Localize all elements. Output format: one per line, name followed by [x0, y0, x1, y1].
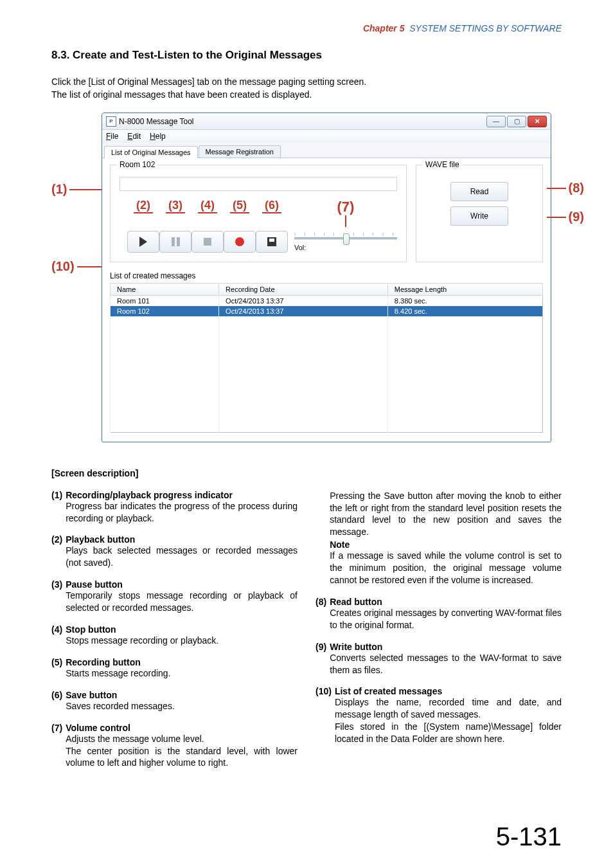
write-button[interactable]: Write	[450, 206, 508, 226]
wave-legend: WAVE file	[423, 160, 462, 169]
window-title: N-8000 Message Tool	[119, 117, 194, 126]
callout-7: (7)	[294, 199, 397, 227]
play-icon	[139, 237, 147, 247]
stop-icon	[204, 238, 211, 246]
messages-table: Name Recording Date Message Length Room …	[110, 283, 543, 433]
titlebar: P N-8000 Message Tool — ▢ ✕	[102, 113, 551, 130]
callout-5: (5)	[224, 199, 256, 227]
callout-9: (9)	[547, 210, 584, 224]
menubar: File Edit Help	[102, 130, 551, 143]
read-button[interactable]: Read	[450, 182, 508, 201]
wave-file-group: WAVE file Read Write	[416, 165, 543, 262]
close-button[interactable]: ✕	[528, 116, 547, 127]
record-button[interactable]	[224, 231, 256, 253]
pause-icon	[172, 237, 180, 246]
callout-1: (1)	[51, 182, 102, 197]
section-title: 8.3. Create and Test-Listen to the Origi…	[51, 49, 562, 62]
save-icon	[267, 237, 276, 246]
menu-edit[interactable]: Edit	[127, 132, 141, 141]
menu-help[interactable]: Help	[150, 132, 166, 141]
tab-bar: List of Original Messages Message Regist…	[102, 143, 551, 158]
group-legend: Room 102	[117, 160, 157, 169]
page-number: 5-131	[496, 822, 562, 851]
col-date[interactable]: Recording Date	[219, 284, 388, 296]
table-row[interactable]: Room 101Oct/24/2013 13:378.380 sec.	[111, 296, 543, 307]
stop-button[interactable]	[191, 231, 224, 253]
progress-bar	[120, 177, 397, 191]
callout-3: (3)	[159, 199, 191, 227]
volume-slider[interactable]	[294, 237, 397, 240]
maximize-button[interactable]: ▢	[507, 116, 526, 127]
tab-message-registration[interactable]: Message Registration	[199, 145, 281, 158]
save-button[interactable]	[256, 231, 288, 253]
pause-button[interactable]	[159, 231, 191, 253]
running-header: Chapter 5 SYSTEM SETTINGS BY SOFTWARE	[51, 23, 562, 33]
intro-text: Click the [List of Original Messages] ta…	[51, 76, 562, 101]
callout-2: (2)	[127, 199, 159, 227]
play-button[interactable]	[127, 231, 159, 253]
app-window: P N-8000 Message Tool — ▢ ✕ File Edit He…	[102, 113, 551, 442]
callout-6: (6)	[256, 199, 288, 227]
tab-list-original-messages[interactable]: List of Original Messages	[104, 146, 198, 158]
col-name[interactable]: Name	[111, 284, 219, 296]
table-row-selected[interactable]: Room 102Oct/24/2013 13:378.420 sec.	[111, 306, 543, 316]
slider-knob[interactable]	[343, 233, 350, 245]
table-header: Name Recording Date Message Length	[111, 284, 543, 296]
desc-heading: [Screen description]	[51, 468, 562, 478]
app-icon: P	[106, 116, 116, 127]
playback-group: Room 102 (2) (3) (4) (5) (6) (7)	[110, 165, 407, 262]
col-length[interactable]: Message Length	[387, 284, 542, 296]
list-title: List of created messages	[110, 271, 543, 280]
callout-4: (4)	[191, 199, 224, 227]
callout-10: (10)	[51, 259, 102, 274]
callout-8: (8)	[547, 181, 584, 195]
minimize-button[interactable]: —	[486, 116, 506, 127]
record-icon	[235, 237, 244, 246]
menu-file[interactable]: File	[106, 132, 118, 141]
